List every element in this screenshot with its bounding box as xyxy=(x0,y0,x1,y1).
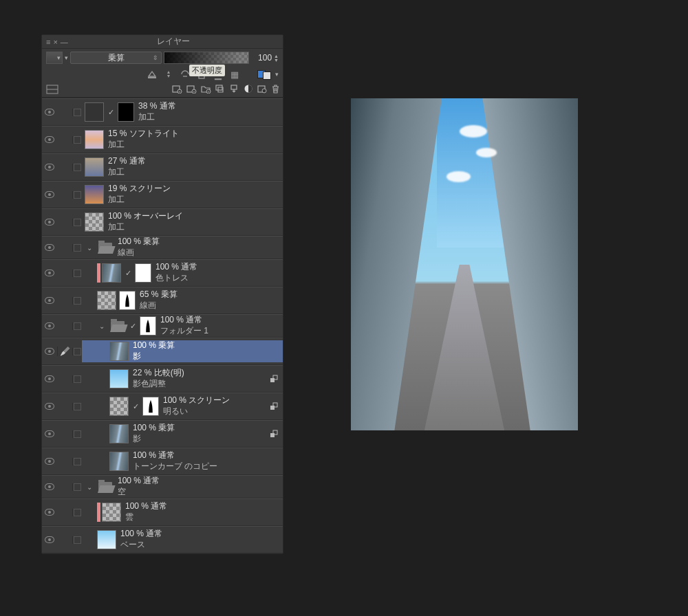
layer-thumb[interactable] xyxy=(109,369,129,388)
visibility-toggle[interactable] xyxy=(42,109,57,116)
reference-icon[interactable] xyxy=(162,68,175,80)
minimize-icon[interactable]: — xyxy=(61,38,68,46)
layer-folder-row[interactable]: ⌄100 % 乗算線画 xyxy=(42,236,283,259)
layer-row-body[interactable]: 27 % 通常加工 xyxy=(82,156,283,178)
lock-toggle[interactable] xyxy=(72,219,82,226)
new-layer-plus-icon[interactable]: + xyxy=(186,84,197,96)
clip-icon[interactable] xyxy=(146,68,158,80)
visibility-toggle[interactable] xyxy=(42,219,57,226)
layer-thumb[interactable] xyxy=(97,291,116,310)
mask-link-check[interactable]: ✓ xyxy=(124,269,132,277)
layer-thumb[interactable] xyxy=(109,452,129,471)
layer-name[interactable]: 雲 xyxy=(125,512,283,523)
layer-name[interactable]: 線画 xyxy=(118,248,283,258)
layer-name[interactable]: フォルダー 1 xyxy=(160,326,283,337)
layer-thumb[interactable] xyxy=(85,185,104,204)
visibility-toggle[interactable] xyxy=(42,430,57,437)
visibility-toggle[interactable] xyxy=(42,483,57,490)
lock-toggle[interactable] xyxy=(72,191,82,199)
layer-row[interactable]: 100 % 通常ベース xyxy=(42,526,283,553)
visibility-toggle[interactable] xyxy=(42,403,57,410)
mask-thumb[interactable] xyxy=(140,316,156,336)
checker-icon[interactable]: ▦ xyxy=(228,68,241,80)
layer-row-body[interactable]: 100 % 乗算影 xyxy=(82,340,283,362)
mask-thumb[interactable] xyxy=(118,102,134,122)
layer-row[interactable]: ✓38 % 通常加工 xyxy=(42,98,283,126)
layer-thumb[interactable] xyxy=(85,130,104,149)
visibility-toggle[interactable] xyxy=(42,191,57,198)
layer-row[interactable]: ✓100 % スクリーン明るい xyxy=(42,393,283,420)
layer-thumb[interactable] xyxy=(85,212,104,232)
mask-thumb[interactable] xyxy=(119,291,136,310)
lock-toggle[interactable] xyxy=(72,109,82,116)
edit-indicator[interactable] xyxy=(57,346,72,356)
lock-toggle[interactable] xyxy=(72,430,82,438)
trash-icon[interactable] xyxy=(271,84,280,96)
layer-row-body[interactable]: ✓38 % 通常加工 xyxy=(82,101,283,123)
layer-row-body[interactable]: 100 % 乗算影 xyxy=(82,423,283,445)
visibility-toggle[interactable] xyxy=(42,164,57,170)
layer-row[interactable]: 100 % 乗算影 xyxy=(42,338,283,365)
mask-new-icon[interactable] xyxy=(244,84,253,96)
mask-link-check[interactable]: ✓ xyxy=(107,108,115,116)
lock-toggle[interactable] xyxy=(72,403,82,410)
layer-row-body[interactable]: 65 % 乗算線画 xyxy=(82,289,283,311)
opacity-value[interactable]: 100 xyxy=(251,53,272,63)
layer-row-body[interactable]: 100 % オーバーレイ加工 xyxy=(82,211,283,233)
layer-folder-row[interactable]: ⌄100 % 通常空 xyxy=(42,475,283,498)
layer-row-body[interactable]: 15 % ソフトライト加工 xyxy=(82,129,283,151)
layer-row-body[interactable]: 100 % 通常雲 xyxy=(82,501,283,523)
layer-row-body[interactable]: ✓100 % スクリーン明るい xyxy=(82,395,283,417)
lock-toggle[interactable] xyxy=(72,483,82,491)
layer-row[interactable]: 15 % ソフトライト加工 xyxy=(42,126,283,153)
layer-row[interactable]: 27 % 通常加工 xyxy=(42,153,283,181)
two-pane-icon[interactable] xyxy=(45,83,60,96)
layer-name[interactable]: 空 xyxy=(118,487,283,498)
layer-thumb[interactable] xyxy=(109,424,129,443)
layer-name[interactable]: 加工 xyxy=(108,140,283,151)
layer-name[interactable]: 加工 xyxy=(108,195,283,206)
visibility-toggle[interactable] xyxy=(42,136,57,143)
layer-thumb[interactable] xyxy=(109,397,129,416)
layer-row-body[interactable]: ⌄100 % 乗算線画 xyxy=(82,236,283,258)
layer-row-body[interactable]: 22 % 比較(明)影色調整 xyxy=(82,368,283,390)
blend-mode-select[interactable]: 乗算 ⇳ xyxy=(70,52,162,64)
close-icon[interactable]: × xyxy=(53,38,57,46)
layer-row[interactable]: ✓100 % 通常色トレス xyxy=(42,259,283,287)
layer-thumb[interactable] xyxy=(97,530,116,549)
layer-name[interactable]: ベース xyxy=(120,540,283,551)
visibility-toggle[interactable] xyxy=(42,458,57,465)
panel-menu-icon[interactable]: ≡ xyxy=(46,38,50,46)
layer-row-body[interactable]: 100 % 通常ベース xyxy=(82,529,283,551)
panel-header[interactable]: ≡ × — レイヤー xyxy=(42,35,283,49)
layer-row[interactable]: 100 % 乗算影 xyxy=(42,420,283,448)
disclosure-toggle[interactable]: ⌄ xyxy=(83,244,96,252)
lock-toggle[interactable] xyxy=(72,244,82,252)
layer-name[interactable]: 線画 xyxy=(140,300,283,311)
layer-name[interactable]: 加工 xyxy=(108,222,283,233)
layer-thumb[interactable] xyxy=(85,157,104,177)
transfer-down-icon[interactable] xyxy=(215,84,226,96)
layer-name[interactable]: 加工 xyxy=(138,112,283,123)
visibility-toggle[interactable] xyxy=(42,348,57,355)
visibility-toggle[interactable] xyxy=(42,509,57,516)
lock-toggle[interactable] xyxy=(72,164,82,171)
lock-toggle[interactable] xyxy=(72,297,82,305)
visibility-toggle[interactable] xyxy=(42,297,57,304)
lock-toggle[interactable] xyxy=(72,375,82,383)
layer-color-tag[interactable] xyxy=(97,503,100,522)
color-swap[interactable] xyxy=(257,69,271,80)
lock-toggle[interactable] xyxy=(72,322,82,330)
layer-folder-row[interactable]: ⌄✓100 % 通常フォルダー 1 xyxy=(42,314,283,338)
lock-toggle[interactable] xyxy=(72,348,82,355)
layer-name[interactable]: 影 xyxy=(133,434,269,445)
layer-name[interactable]: トーンカーブ のコピー xyxy=(133,461,283,472)
chevron-down-icon[interactable]: ▾ xyxy=(275,71,279,78)
visibility-toggle[interactable] xyxy=(42,375,57,382)
layer-row[interactable]: 22 % 比較(明)影色調整 xyxy=(42,365,283,393)
opacity-slider[interactable] xyxy=(164,52,249,64)
layer-name[interactable]: 色トレス xyxy=(155,273,283,284)
apply-mask-icon[interactable] xyxy=(257,84,268,96)
layer-name[interactable]: 影色調整 xyxy=(133,379,269,390)
layer-row-body[interactable]: 19 % スクリーン加工 xyxy=(82,184,283,206)
